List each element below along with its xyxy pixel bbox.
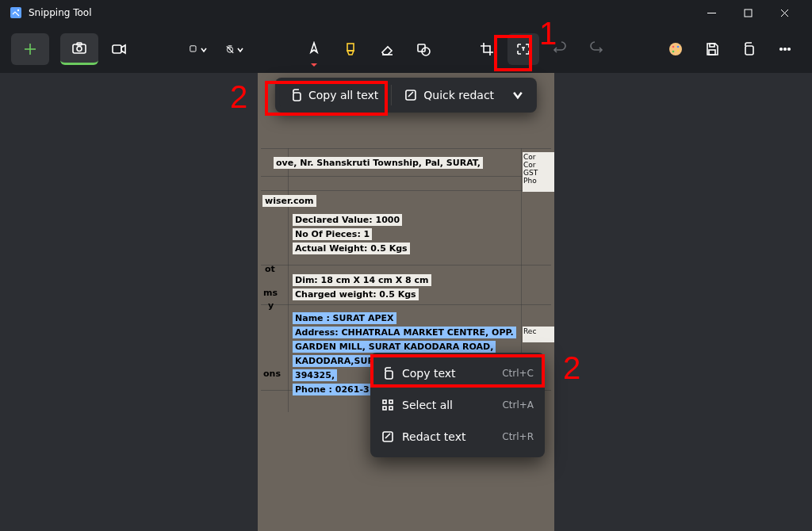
text-actions-bar: Copy all text Quick redact: [275, 78, 537, 113]
svg-rect-13: [190, 46, 196, 52]
context-copy-label: Copy text: [402, 367, 456, 380]
doc-text: Actual Weight: 0.5 Kgs: [293, 243, 410, 254]
doc-text: ove, Nr. Shanskruti Township, Pal, SURAT…: [274, 157, 483, 169]
chevron-down-icon: [511, 89, 524, 101]
redact-icon: [381, 430, 394, 443]
context-redact-label: Redact text: [402, 430, 465, 443]
doc-text: CorCorGSTPho: [523, 152, 554, 192]
doc-text: Rec: [523, 327, 554, 342]
select-all-icon: [381, 399, 394, 411]
context-redact-text[interactable]: Redact text Ctrl+R: [370, 421, 545, 453]
shapes-tool-button[interactable]: [408, 33, 439, 65]
chevron-down-icon: [200, 42, 208, 57]
svg-marker-20: [347, 51, 354, 55]
doc-text-selected: Name : SURAT APEX: [293, 312, 396, 324]
svg-rect-30: [709, 50, 715, 55]
save-button[interactable]: [696, 33, 728, 65]
editor-stage: ove, Nr. Shanskruti Township, Pal, SURAT…: [0, 73, 812, 531]
main-toolbar: [0, 25, 812, 73]
more-button[interactable]: [769, 33, 801, 65]
delay-button[interactable]: [219, 33, 251, 65]
svg-rect-3: [745, 10, 752, 17]
context-copy-text[interactable]: Copy text Ctrl+C: [370, 357, 545, 389]
annotation-number: 1: [539, 16, 557, 52]
shortcut-text: Ctrl+A: [502, 399, 534, 411]
svg-line-17: [227, 46, 233, 52]
copy-button[interactable]: [733, 33, 764, 65]
svg-point-32: [780, 48, 783, 51]
svg-rect-41: [389, 407, 393, 410]
crop-tool-button[interactable]: [471, 33, 503, 65]
svg-point-34: [788, 48, 791, 51]
quick-redact-expand[interactable]: [504, 81, 532, 109]
shortcut-text: Ctrl+R: [502, 431, 534, 442]
eraser-tool-button[interactable]: [371, 33, 403, 65]
context-menu: Copy text Ctrl+C Select all Ctrl+A Redac…: [370, 353, 545, 457]
svg-point-25: [672, 46, 675, 48]
copy-all-text-button[interactable]: Copy all text: [280, 81, 388, 109]
svg-point-27: [672, 51, 675, 53]
titlebar: Snipping Tool: [0, 0, 812, 25]
redact-icon: [404, 89, 417, 101]
close-button[interactable]: [766, 0, 802, 25]
doc-text-selected: Address: CHHATRALA MARKET CENTRE, OPP.: [293, 327, 516, 338]
new-snip-button[interactable]: [11, 33, 49, 65]
maximize-button[interactable]: [730, 0, 766, 25]
doc-text: ons: [261, 368, 283, 380]
doc-text-selected: Phone : 0261-3: [293, 384, 372, 395]
chevron-down-icon: [236, 42, 244, 57]
annotation-number: 2: [563, 350, 580, 386]
svg-rect-11: [113, 45, 121, 53]
quick-redact-label: Quick redact: [423, 89, 494, 101]
window-controls: [693, 0, 802, 25]
context-select-all[interactable]: Select all Ctrl+A: [370, 389, 545, 421]
svg-rect-38: [383, 400, 386, 403]
doc-text: y: [266, 300, 276, 311]
svg-marker-18: [311, 43, 317, 52]
copy-icon: [289, 89, 302, 101]
video-snip-button[interactable]: [103, 33, 135, 65]
rect-snip-button[interactable]: [60, 33, 98, 65]
svg-point-24: [669, 43, 682, 55]
doc-text-selected: 394325,: [293, 369, 337, 381]
text-actions-button[interactable]: [508, 33, 539, 65]
svg-rect-35: [293, 93, 301, 101]
app-icon: [10, 6, 22, 19]
svg-rect-19: [347, 44, 354, 51]
doc-text: Charged weight: 0.5 Kgs: [293, 288, 419, 300]
doc-text: Declared Value: 1000: [293, 214, 402, 226]
doc-text: ot: [262, 263, 278, 275]
annotation-number: 2: [230, 79, 247, 115]
doc-text: ms: [261, 287, 280, 299]
highlighter-tool-button[interactable]: [335, 33, 366, 65]
doc-text-selected: GARDEN MILL, SURAT KADODARA ROAD,: [293, 341, 496, 353]
context-select-label: Select all: [402, 399, 453, 411]
minimize-button[interactable]: [693, 0, 730, 25]
doc-text: No Of Pieces: 1: [293, 228, 372, 240]
pen-tool-button[interactable]: [298, 33, 330, 65]
copy-icon: [381, 367, 394, 380]
svg-rect-29: [710, 44, 714, 47]
redo-button[interactable]: [580, 33, 612, 65]
quick-redact-button[interactable]: Quick redact: [395, 81, 504, 109]
svg-point-1: [17, 10, 19, 11]
shortcut-text: Ctrl+C: [502, 368, 534, 379]
svg-rect-39: [389, 400, 393, 403]
snip-mode-button[interactable]: [182, 33, 214, 65]
doc-text: Dim: 18 cm X 14 cm X 8 cm: [293, 274, 431, 286]
doc-text-selected: KADODARA,SUR: [293, 355, 377, 367]
edit-paint-button[interactable]: [660, 33, 691, 65]
copy-all-text-label: Copy all text: [308, 89, 378, 101]
svg-point-26: [677, 46, 680, 48]
svg-point-9: [77, 46, 82, 51]
snipped-image[interactable]: ove, Nr. Shanskruti Township, Pal, SURAT…: [258, 73, 554, 531]
svg-rect-40: [383, 407, 386, 410]
doc-text: wiser.com: [262, 195, 316, 207]
svg-point-33: [784, 48, 787, 51]
window-title: Snipping Tool: [29, 7, 91, 18]
svg-rect-37: [385, 371, 393, 379]
svg-point-28: [677, 50, 680, 52]
svg-rect-31: [745, 46, 753, 55]
